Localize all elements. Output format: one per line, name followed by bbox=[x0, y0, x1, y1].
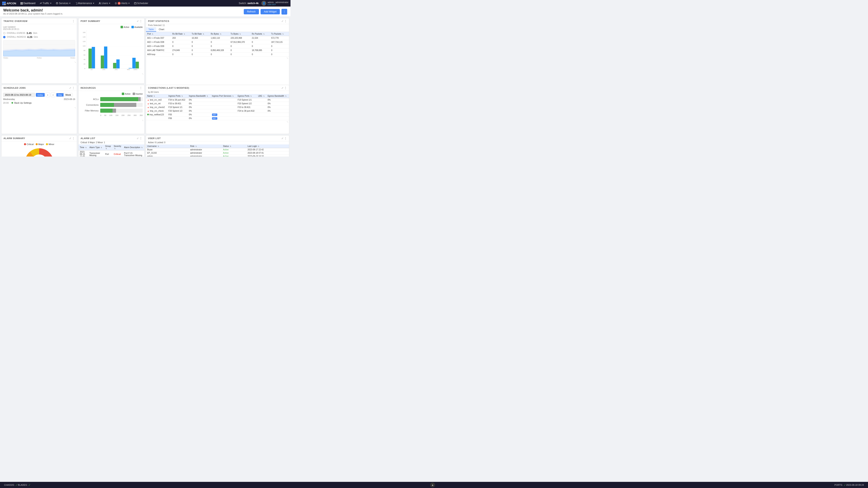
port-stats-actions[interactable]: ⤢ ⋮ bbox=[281, 20, 287, 23]
alarm-list-panel: ALARM LIST ⤢ ⋮ Critical: 6 Major: 2 Mino… bbox=[78, 135, 145, 157]
scheduled-more-icon[interactable]: ⋮ bbox=[72, 86, 75, 90]
legend-active: Active bbox=[121, 26, 129, 28]
services-icon bbox=[56, 2, 58, 4]
port-summary-more-icon[interactable]: ⋮ bbox=[140, 20, 142, 23]
alarm-list-more-icon[interactable]: ⋮ bbox=[140, 137, 142, 140]
connections-resize-icon[interactable]: ⤡ bbox=[287, 121, 288, 123]
scheduled-expand-icon[interactable]: ⤢ bbox=[69, 87, 71, 89]
user-col-role[interactable]: Role ⇅ bbox=[189, 144, 222, 148]
week-view-button[interactable]: Week bbox=[64, 93, 72, 97]
resources-resize[interactable]: ⤡ bbox=[79, 119, 144, 122]
svg-rect-46 bbox=[129, 68, 132, 68]
nav-item-dashboard[interactable]: Dashboard bbox=[19, 1, 37, 5]
port-col-rx-bit[interactable]: Rx Bit Rate ⇅ bbox=[171, 32, 190, 36]
connections-resize[interactable]: ⤡ bbox=[146, 120, 289, 123]
nav-dashboard-label: Dashboard bbox=[23, 2, 35, 5]
user-col-status[interactable]: Status ⇅ bbox=[222, 144, 246, 148]
port-stats-resize[interactable]: ⤡ bbox=[146, 57, 289, 60]
user-list-actions[interactable]: ⤢ ⋮ bbox=[281, 137, 287, 140]
dashboard-icon bbox=[20, 2, 23, 4]
user-col-last-login[interactable]: Last Login ⇅ bbox=[246, 144, 289, 148]
alarm-major-legend: Major bbox=[36, 143, 44, 145]
alarm-list-actions[interactable]: ⤢ ⋮ bbox=[137, 137, 142, 140]
conn-cell-eg-bw: 0% bbox=[266, 102, 289, 105]
connections-more-icon[interactable]: ⋮ bbox=[284, 86, 287, 90]
resize-icon[interactable]: ⤡ bbox=[74, 61, 76, 63]
alarm-summary-actions[interactable]: ⤢ ⋮ bbox=[69, 137, 75, 140]
resources-actions[interactable]: ⋮ bbox=[140, 86, 142, 90]
alarm-col-time[interactable]: Time ⇅ bbox=[79, 144, 88, 151]
nav-item-traffic[interactable]: Traffic ▼ bbox=[38, 1, 54, 5]
add-widget-button[interactable]: Add Widget bbox=[260, 9, 280, 14]
port-col-rx-pkt[interactable]: Rx Packets ⇅ bbox=[250, 32, 270, 36]
alarm-col-severity[interactable]: Severity ⇅ bbox=[113, 144, 123, 151]
port-col-rx-bytes[interactable]: Rx Bytes ⇅ bbox=[210, 32, 229, 36]
today-button[interactable]: today bbox=[36, 93, 45, 97]
resources-more-icon[interactable]: ⋮ bbox=[140, 86, 142, 90]
alarm-list-expand-icon[interactable]: ⤢ bbox=[137, 137, 138, 140]
conn-table-row: tmp_netflow123 F05 0% NET bbox=[146, 113, 289, 117]
port-summary-resize-icon[interactable]: ⤡ bbox=[142, 73, 144, 75]
alarm-legend: Critical Major Minor bbox=[24, 143, 54, 145]
date-next-button[interactable]: › bbox=[51, 93, 55, 97]
port-stats-header: PORT STATISTICS ⤢ ⋮ bbox=[146, 18, 289, 24]
date-range-input[interactable] bbox=[3, 93, 35, 97]
conn-cell-name: ▲tmp_crc_check2 bbox=[146, 105, 167, 109]
conn-cell-ingress: F20 Spirent 1/2 bbox=[167, 109, 188, 113]
scheduled-resize-icon[interactable]: ⤡ bbox=[74, 106, 76, 109]
traffic-panel-actions[interactable]: ⋮ bbox=[72, 20, 75, 23]
port-summary-expand-icon[interactable]: ⤢ bbox=[137, 20, 138, 23]
port-col-tx-pkt[interactable]: Tx Packets ⇅ bbox=[270, 32, 289, 36]
alarm-col-type[interactable]: Alarm Type ⇅ bbox=[88, 144, 104, 151]
nav-item-scheduler[interactable]: Scheduler bbox=[132, 1, 150, 5]
maintenance-icon bbox=[75, 2, 77, 4]
nav-logout-link[interactable]: LOG OUT bbox=[268, 3, 288, 5]
nav-item-maintenance[interactable]: Maintenance ▼ bbox=[73, 1, 96, 5]
port-col-tx-bit[interactable]: Tx Bit Rate ⇅ bbox=[190, 32, 210, 36]
nav-item-users[interactable]: Users ▼ bbox=[97, 1, 112, 5]
scheduled-actions[interactable]: ⤢ ⋮ bbox=[69, 86, 75, 90]
user-list-expand-icon[interactable]: ⤢ bbox=[281, 137, 283, 140]
resource-acls-bar-fill bbox=[100, 97, 141, 101]
nav-item-services[interactable]: Services ▼ bbox=[54, 1, 72, 5]
port-stats-expand-icon[interactable]: ⤢ bbox=[281, 20, 283, 23]
traffic-resize-handle[interactable]: ⤡ bbox=[1, 61, 77, 64]
header-more-button[interactable]: ⋮ bbox=[281, 9, 287, 14]
port-stats-resize-icon[interactable]: ⤡ bbox=[287, 57, 288, 59]
conn-cell-in-bw: 0% bbox=[188, 98, 211, 102]
port-cell-rx-pkt: 0 bbox=[250, 53, 270, 57]
conn-cell-egress: F20 Spirent 1/2 bbox=[236, 102, 257, 105]
conn-col-name[interactable]: Name ⇅ bbox=[146, 94, 167, 98]
alarm-summary-expand-icon[interactable]: ⤢ bbox=[69, 137, 71, 140]
port-tab-table[interactable]: Table bbox=[146, 27, 156, 32]
conn-col-ingress-svc[interactable]: Ingress Port Services ⇅ bbox=[211, 94, 237, 98]
port-cell-tx-pkt: 187,718,115 bbox=[270, 40, 289, 44]
port-summary-resize[interactable]: ⤡ bbox=[79, 72, 144, 75]
port-cell-rx-bit: 274,849 bbox=[171, 48, 190, 53]
nav-item-alerts[interactable]: 19 Alerts ▼ bbox=[113, 1, 132, 5]
port-summary-actions[interactable]: ⤢ ⋮ bbox=[137, 20, 142, 23]
conn-col-egress-bw[interactable]: Egress Bandwidth ⇅ bbox=[266, 94, 289, 98]
port-stats-more-icon[interactable]: ⋮ bbox=[284, 20, 287, 23]
alarm-col-group[interactable]: Group ⇅ bbox=[104, 144, 113, 151]
nav-traffic-label: Traffic bbox=[43, 2, 50, 5]
conn-col-lbg[interactable]: LBG ⇅ bbox=[257, 94, 266, 98]
resources-resize-icon[interactable]: ⤡ bbox=[142, 119, 144, 122]
scheduled-resize[interactable]: ⤡ bbox=[1, 106, 77, 109]
port-col-port[interactable]: Port ⇅ bbox=[146, 32, 171, 36]
conn-col-egress-ports[interactable]: Egress Ports ⇅ bbox=[236, 94, 257, 98]
port-tab-chart[interactable]: Chart bbox=[156, 27, 167, 32]
connections-expand-icon[interactable]: ⤢ bbox=[281, 87, 283, 89]
alarm-col-desc[interactable]: Alarm Description ⇅ bbox=[123, 144, 144, 151]
conn-col-ingress-bw[interactable]: Ingress Bandwidth ⇅ bbox=[188, 94, 211, 98]
date-prev-button[interactable]: ‹ bbox=[45, 93, 50, 97]
user-col-username[interactable]: Username ⇅ bbox=[146, 144, 189, 148]
day-view-button[interactable]: Day bbox=[56, 93, 64, 97]
connections-actions[interactable]: ⤢ ⋮ bbox=[281, 86, 287, 90]
user-list-more-icon[interactable]: ⋮ bbox=[284, 137, 287, 140]
alarm-summary-more-icon[interactable]: ⋮ bbox=[72, 137, 75, 140]
traffic-more-icon[interactable]: ⋮ bbox=[72, 20, 75, 23]
refresh-button[interactable]: Refresh bbox=[244, 9, 259, 14]
port-col-tx-bytes[interactable]: Tx Bytes ⇅ bbox=[229, 32, 251, 36]
conn-col-ingress-ports[interactable]: Ingress Ports ⇅ bbox=[167, 94, 188, 98]
